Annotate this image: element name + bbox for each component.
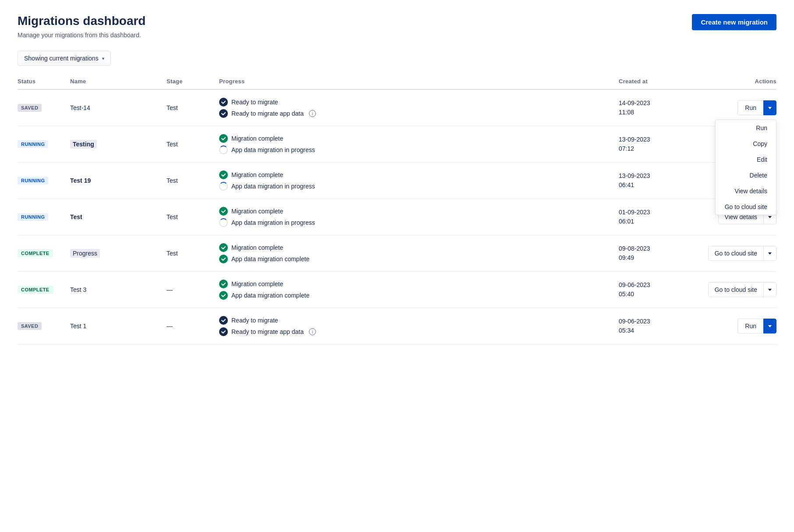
progress-item: Ready to migrate app data i [219,327,619,336]
run-button-group: Run [737,100,776,115]
progress-text: Ready to migrate app data [231,328,304,335]
table-row: SAVED Test-14 Test Ready to migrate Read… [18,90,776,126]
created-at-cell: 14-09-202311:08 [619,99,689,117]
created-at-cell: 09-08-202309:49 [619,244,689,262]
create-migration-button[interactable]: Create new migration [692,14,776,30]
chevron-down-icon [768,325,772,327]
status-cell: COMPLETE [18,286,70,294]
page-subtitle: Manage your migrations from this dashboa… [18,32,145,39]
dropdown-item[interactable]: Delete [716,167,776,183]
page-title: Migrations dashboard [18,14,145,28]
stage-cell: Test [167,250,219,257]
check-green-icon [219,207,228,216]
table-row: RUNNING Test Test Migration complete App… [18,199,776,235]
status-badge: RUNNING [18,213,48,221]
progress-text: Ready to migrate [231,317,278,324]
progress-cell: Migration complete App data migration co… [219,243,619,263]
table-header: Status Name Stage Progress Created at Ac… [18,78,776,90]
go-to-cloud-button[interactable]: Go to cloud site [709,283,763,297]
run-dropdown-button[interactable] [763,319,776,333]
stage-cell: — [167,286,219,293]
status-cell: SAVED [18,104,70,112]
progress-item: Migration complete [219,280,619,288]
cloud-dropdown-button[interactable] [763,246,776,260]
stage-cell: Test [167,213,219,220]
run-dropdown-button[interactable] [763,100,776,115]
progress-item: App data migration complete [219,255,619,263]
created-at-cell: 13-09-202307:12 [619,135,689,153]
check-green-icon [219,255,228,263]
status-badge: RUNNING [18,140,48,148]
progress-cell: Migration complete App data migration co… [219,280,619,300]
status-badge: SAVED [18,104,42,112]
progress-text: Migration complete [231,244,283,251]
name-cell: Test 3 [70,286,167,293]
progress-text: App data migration in progress [231,183,315,190]
progress-item: Ready to migrate app data i [219,109,619,118]
progress-item: App data migration complete [219,291,619,300]
progress-item: Migration complete [219,170,619,179]
check-green-icon [219,170,228,179]
created-at-cell: 09-06-202305:34 [619,317,689,335]
stage-cell: Test [167,141,219,148]
actions-cell: Run [689,319,776,333]
table-row: SAVED Test 1 — Ready to migrate Ready to… [18,308,776,344]
status-badge: COMPLETE [18,249,53,257]
actions-cell: Go to cloud site [689,246,776,261]
stage-cell: — [167,323,219,330]
progress-text: Migration complete [231,135,283,142]
spinner-icon [219,218,228,227]
table-row: RUNNING Testing Test Migration complete … [18,126,776,163]
progress-item: Migration complete [219,243,619,252]
dropdown-item[interactable]: Go to cloud site [716,199,776,215]
table-row: COMPLETE Test 3 — Migration complete App… [18,272,776,308]
spinner-icon [219,145,228,154]
filter-dropdown[interactable]: Showing current migrations ▾ [18,51,111,66]
cloud-dropdown-button[interactable] [763,283,776,297]
check-green-icon [219,134,228,143]
info-icon[interactable]: i [309,328,316,335]
table-row: RUNNING Test 19 Test Migration complete … [18,163,776,199]
name-cell: Testing [70,141,167,148]
run-button[interactable]: Run [737,100,763,115]
dropdown-item[interactable]: Run [716,120,776,136]
status-cell: SAVED [18,322,70,330]
status-cell: RUNNING [18,140,70,148]
progress-text: Ready to migrate [231,99,278,106]
go-to-cloud-button[interactable]: Go to cloud site [709,246,763,260]
run-button[interactable]: Run [737,319,763,333]
progress-item: Ready to migrate [219,316,619,325]
name-cell: Test-14 [70,104,167,111]
name-highlight: Progress [70,249,100,258]
progress-text: Ready to migrate app data [231,110,304,117]
actions-cell: Run RunCopyEditDeleteView detailsGo to c… [689,100,776,115]
progress-cell: Ready to migrate Ready to migrate app da… [219,316,619,336]
chevron-down-icon [768,216,772,218]
check-dark-icon [219,327,228,336]
progress-item: Migration complete [219,207,619,216]
stage-cell: Test [167,177,219,184]
chevron-down-icon [768,107,772,109]
check-green-icon [219,291,228,300]
check-dark-icon [219,98,228,106]
dropdown-item[interactable]: View details [716,183,776,199]
run-button-group: Run [737,319,776,333]
progress-text: App data migration complete [231,255,309,262]
status-badge: RUNNING [18,177,48,184]
status-cell: RUNNING [18,177,70,184]
progress-text: App data migration in progress [231,146,315,153]
dropdown-item[interactable]: Edit [716,152,776,167]
stage-cell: Test [167,104,219,111]
header-status: Status [18,78,70,85]
created-at-cell: 13-09-202306:41 [619,171,689,190]
header-stage: Stage [167,78,219,85]
progress-item: App data migration in progress [219,182,619,191]
spinner-icon [219,182,228,191]
dropdown-item[interactable]: Copy [716,136,776,152]
status-badge: SAVED [18,322,42,330]
progress-text: Migration complete [231,280,283,287]
name-cell: Test 19 [70,177,167,184]
info-icon[interactable]: i [309,110,316,117]
progress-text: App data migration complete [231,292,309,299]
migrations-table: Status Name Stage Progress Created at Ac… [18,78,776,344]
